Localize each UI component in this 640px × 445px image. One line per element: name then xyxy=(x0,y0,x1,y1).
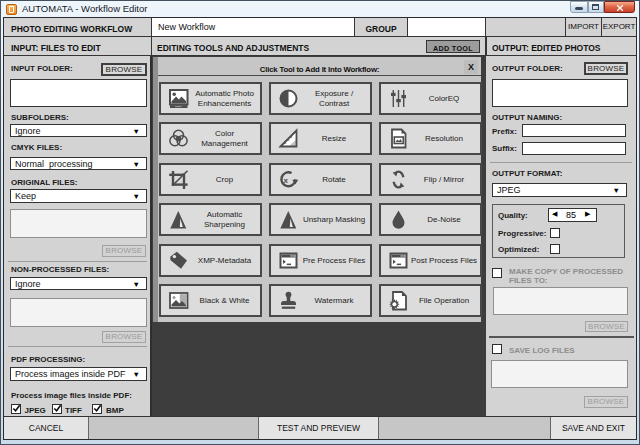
svg-text:x: x xyxy=(283,176,288,185)
